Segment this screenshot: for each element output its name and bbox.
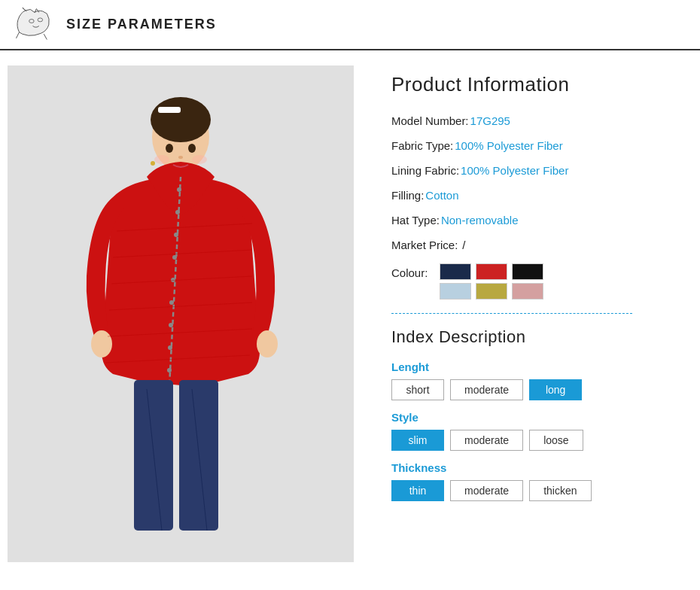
hat-type-label: Hat Type: [391,214,440,227]
lenght-label: Lenght [391,360,685,373]
header-title: SIZE PARAMETERS [66,17,217,32]
product-info-title: Product Information [391,73,685,96]
logo-icon [12,8,57,41]
style-slim-btn[interactable]: slim [391,430,444,451]
info-panel: Product Information Model Number: 17G295… [376,65,692,562]
lining-fabric-value: 100% Polyester Fiber [461,164,568,177]
thickness-category: Thickness thin moderate thicken [391,461,685,501]
fabric-type-label: Fabric Type: [391,139,453,152]
lenght-short-btn[interactable]: short [391,379,444,400]
svg-rect-6 [158,107,181,113]
lining-fabric-row: Lining Fabric: 100% Polyester Fiber [391,164,685,177]
model-number-row: Model Number: 17G295 [391,114,685,127]
thickness-buttons: thin moderate thicken [391,480,685,501]
main-content: Product Information Model Number: 17G295… [0,50,700,577]
swatch-navy[interactable] [440,263,471,280]
style-loose-btn[interactable]: loose [529,430,583,451]
swatch-red[interactable] [476,263,507,280]
fabric-type-row: Fabric Type: 100% Polyester Fiber [391,139,685,152]
svg-point-16 [167,368,172,373]
dashed-divider [391,313,632,314]
swatch-olive[interactable] [476,283,507,300]
hat-type-row: Hat Type: Non-removable [391,214,685,227]
svg-point-33 [192,155,207,164]
colour-row: Colour: [391,263,685,300]
swatches-container [440,263,543,300]
filling-value: Cotton [425,189,458,202]
coat-svg [8,65,354,562]
thickness-label: Thickness [391,461,685,474]
lenght-long-btn[interactable]: long [529,379,582,400]
svg-point-31 [178,156,183,159]
lenght-category: Lenght short moderate long [391,360,685,400]
lenght-moderate-btn[interactable]: moderate [450,379,523,400]
svg-point-11 [172,255,177,260]
svg-point-14 [169,323,173,327]
swatch-black[interactable] [512,263,543,280]
lenght-buttons: short moderate long [391,379,685,400]
hat-type-value: Non-removable [441,214,519,227]
filling-row: Filling: Cotton [391,189,685,202]
svg-point-34 [151,161,155,166]
svg-point-9 [175,210,180,214]
market-price-label: Market Price: [391,239,458,251]
swatch-row-1 [440,263,543,280]
swatch-light-blue[interactable] [440,283,471,300]
filling-label: Filling: [391,189,424,202]
fabric-type-value: 100% Polyester Fiber [455,139,562,152]
model-number-label: Model Number: [391,114,469,127]
svg-point-15 [168,345,172,350]
model-number-value: 17G295 [470,114,510,127]
style-label: Style [391,411,685,424]
thickness-thicken-btn[interactable]: thicken [529,480,591,501]
header: SIZE PARAMETERS [0,0,700,50]
svg-point-12 [171,278,175,282]
style-buttons: slim moderate loose [391,430,685,451]
style-moderate-btn[interactable]: moderate [450,430,523,451]
svg-point-29 [166,144,173,153]
lining-fabric-label: Lining Fabric: [391,164,459,177]
swatch-pink[interactable] [512,283,543,300]
svg-point-30 [188,144,196,153]
svg-point-18 [257,330,278,357]
svg-point-8 [177,187,181,192]
colour-label: Colour: [391,263,428,279]
thickness-moderate-btn[interactable]: moderate [450,480,523,501]
svg-point-13 [169,300,174,305]
product-image [8,65,354,562]
market-price-row: Market Price: / [391,239,685,251]
swatch-row-2 [440,283,543,300]
market-price-value: / [462,239,465,251]
style-category: Style slim moderate loose [391,411,685,451]
svg-point-10 [174,233,178,237]
svg-point-32 [154,155,169,164]
svg-point-17 [91,330,112,357]
index-description-title: Index Description [391,327,685,347]
thickness-thin-btn[interactable]: thin [391,480,444,501]
